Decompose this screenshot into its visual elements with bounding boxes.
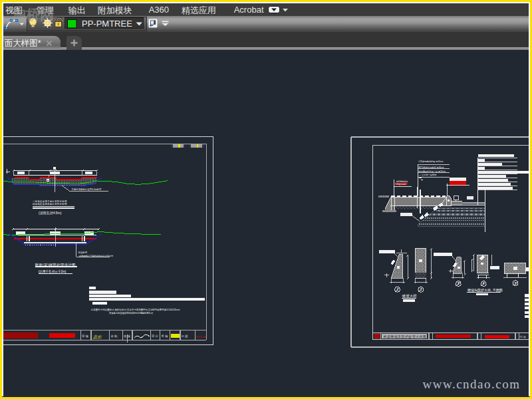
svg-text:C40砼现浇层: C40砼现浇层 <box>396 183 407 186</box>
svg-text:— 土工布一层铺设: — 土工布一层铺设 <box>419 174 437 176</box>
svg-text:结 设: 结 设 <box>520 335 527 338</box>
svg-text:具体施工时应根据现场实际情况调整处理方式: 具体施工时应根据现场实际情况调整处理方式 <box>109 311 154 315</box>
svg-text:C25砼预制块护面 厚10cm: C25砼预制块护面 厚10cm <box>419 160 444 163</box>
svg-text:审 定: 审 定 <box>152 334 159 338</box>
svg-text:2015.04: 2015.04 <box>196 335 206 338</box>
svg-text:审 核: 审 核 <box>82 334 89 338</box>
svg-text:碎石垫层找平层一层 厚15cm: 碎石垫层找平层一层 厚15cm <box>418 170 446 173</box>
svg-text:干砌片石砌筑护坡厚0.3m处理: 干砌片石砌筑护坡厚0.3m处理 <box>72 188 102 191</box>
svg-text:日 期: 日 期 <box>182 334 189 338</box>
svg-text:复 核: 复 核 <box>162 334 169 338</box>
svg-text:4.本图尺寸均以厘米计,高程以米计,其余尺寸详见图中标注说明: 4.本图尺寸均以厘米计,高程以米计,其余尺寸详见图中标注说明内容要求施工5411… <box>91 308 181 311</box>
svg-text:(适用孔径4.5m): (适用孔径4.5m) <box>39 211 62 215</box>
svg-text:锥坡大样: 锥坡大样 <box>402 294 418 298</box>
svg-text:特殊路段采用浆砌片石防护处理: 特殊路段采用浆砌片石防护处理 <box>33 202 67 205</box>
svg-text:M7.5浆砌片石砌筑 厚30cm: M7.5浆砌片石砌筑 厚30cm <box>419 166 444 169</box>
svg-text:龚彪: 龚彪 <box>93 334 103 340</box>
svg-text:夯实处理: 夯实处理 <box>78 251 88 254</box>
svg-text:锥坡头防护大样, 平面图: 锥坡头防护大样, 平面图 <box>467 288 503 293</box>
svg-text:原地面线以下换填砂砾石并压实处理: 原地面线以下换填砂砾石并压实处理 <box>79 255 114 257</box>
svg-text:桥梁锥坡及防护处理大样图: 桥梁锥坡及防护处理大样图 <box>383 334 427 339</box>
svg-text:监 制: 监 制 <box>111 334 118 338</box>
svg-text:(适用于孔径小于2m): (适用于孔径小于2m) <box>39 269 66 274</box>
